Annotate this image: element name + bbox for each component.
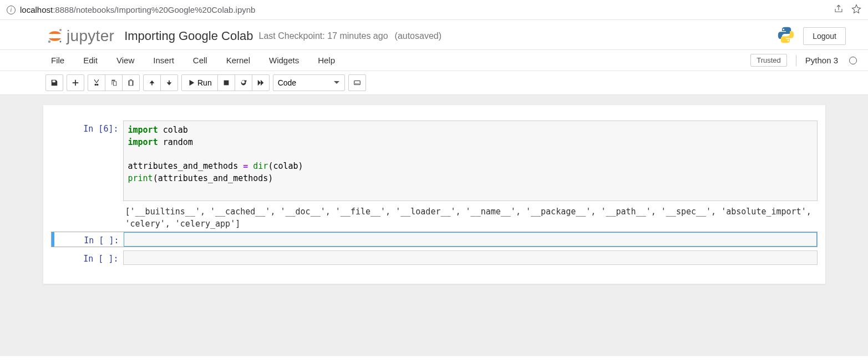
cell-input[interactable] (123, 250, 818, 265)
menu-bar: FileEditViewInsertCellKernelWidgetsHelp … (0, 50, 868, 71)
menu-item-file[interactable]: File (51, 56, 64, 65)
insert-cell-below-button[interactable] (67, 74, 84, 91)
kernel-status-icon (849, 57, 857, 64)
browser-address-bar: i localhost:8888/notebooks/Importing%20G… (0, 0, 868, 20)
cell-input[interactable]: import colab import random attributes_an… (123, 121, 818, 201)
url-path: :8888/notebooks/Importing%20Google%20Col… (53, 5, 255, 14)
copy-button[interactable] (105, 74, 123, 91)
cut-button[interactable] (88, 74, 105, 91)
svg-point-0 (53, 34, 57, 38)
interrupt-button[interactable] (217, 74, 235, 91)
menu-item-widgets[interactable]: Widgets (269, 56, 299, 65)
autosave-text: (autosaved) (395, 31, 442, 41)
move-down-button[interactable] (160, 74, 178, 91)
cell-type-select-wrap: Code (273, 74, 345, 91)
cell-prompt: In [6]: (51, 121, 123, 201)
logout-button[interactable]: Logout (803, 27, 846, 45)
python-logo-icon (776, 26, 795, 46)
svg-rect-5 (354, 81, 360, 85)
code-cell[interactable]: In [6]:import colab import random attrib… (51, 121, 818, 201)
url-display[interactable]: localhost:8888/notebooks/Importing%20Goo… (20, 5, 829, 14)
notebook-header: jupyter Importing Google Colab Last Chec… (0, 20, 868, 50)
run-group: Run (181, 74, 270, 91)
restart-button[interactable] (235, 74, 252, 91)
run-button-label: Run (197, 78, 212, 87)
restart-run-all-button[interactable] (252, 74, 270, 91)
output-prompt (51, 204, 123, 232)
svg-rect-7 (357, 83, 358, 84)
jupyter-logo[interactable]: jupyter (45, 27, 114, 46)
trusted-indicator[interactable]: Trusted (750, 54, 787, 67)
code-cell[interactable]: In [ ]: (51, 250, 818, 265)
share-icon[interactable] (834, 4, 844, 16)
paste-button[interactable] (122, 74, 140, 91)
separator (796, 55, 796, 66)
cut-copy-paste-group (88, 74, 140, 91)
menu-item-help[interactable]: Help (318, 56, 335, 65)
menu-item-insert[interactable]: Insert (153, 56, 174, 65)
toolbar: Run Code (0, 71, 868, 95)
code-cell[interactable]: In [ ]: (51, 232, 818, 247)
menu-item-kernel[interactable]: Kernel (226, 56, 250, 65)
url-host: localhost (20, 5, 53, 14)
cell-output-row: ['__builtins__', '__cached__', '__doc__'… (51, 204, 818, 232)
kernel-name[interactable]: Python 3 (805, 56, 838, 65)
move-cell-group (143, 74, 178, 91)
svg-point-2 (48, 40, 51, 43)
svg-rect-4 (224, 81, 229, 86)
menu-item-cell[interactable]: Cell (193, 56, 207, 65)
site-info-icon[interactable]: i (7, 6, 16, 14)
cell-input[interactable] (124, 232, 817, 247)
notebook-title[interactable]: Importing Google Colab (124, 29, 253, 43)
jupyter-logo-text: jupyter (67, 27, 114, 45)
menu-item-view[interactable]: View (116, 56, 134, 65)
cell-output: ['__builtins__', '__cached__', '__doc__'… (123, 204, 818, 232)
notebook-container: In [6]:import colab import random attrib… (43, 105, 825, 284)
bookmark-star-icon[interactable] (851, 4, 861, 16)
notebook-body: In [6]:import colab import random attrib… (0, 95, 868, 356)
svg-rect-8 (358, 83, 359, 84)
run-button[interactable]: Run (181, 74, 218, 91)
move-up-button[interactable] (143, 74, 161, 91)
svg-point-1 (59, 29, 62, 31)
menu-item-edit[interactable]: Edit (83, 56, 98, 65)
svg-rect-6 (355, 83, 357, 84)
command-palette-button[interactable] (348, 74, 366, 91)
checkpoint-text: Last Checkpoint: 17 minutes ago (259, 31, 388, 41)
cell-prompt: In [ ]: (52, 232, 124, 247)
cell-type-select[interactable]: Code (273, 74, 345, 91)
save-button[interactable] (45, 74, 63, 91)
cell-prompt: In [ ]: (51, 250, 123, 265)
svg-point-3 (60, 41, 62, 42)
